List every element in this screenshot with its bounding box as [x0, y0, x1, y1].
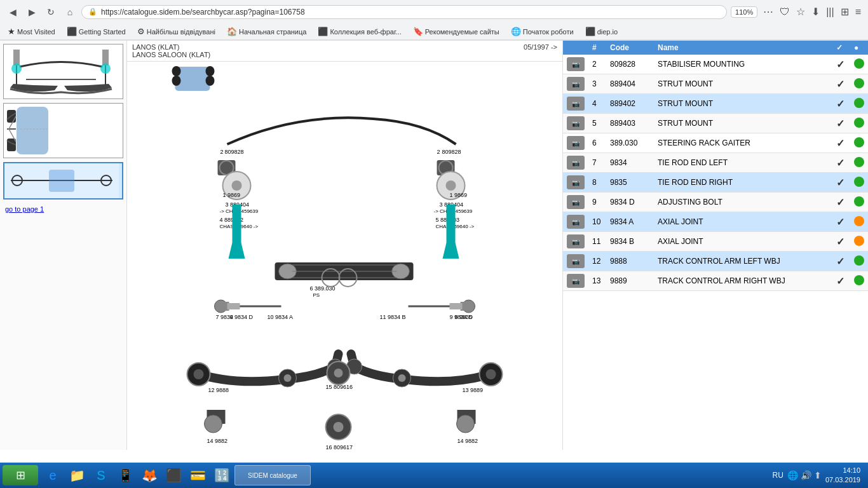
table-cell-cam[interactable]: 📷: [563, 252, 588, 271]
svg-point-18: [172, 76, 181, 86]
table-cell-status: [850, 74, 868, 94]
svg-rect-59: [227, 303, 240, 309]
svg-text:809828: 809828: [442, 149, 461, 155]
table-row[interactable]: 📷 4 889402 STRUT MOUNT ✓: [563, 94, 868, 114]
table-cell-cam[interactable]: 📷: [563, 133, 588, 153]
taskbar-browser-active[interactable]: SIDEM catalogue: [234, 465, 311, 485]
bookmark-item-getting-started[interactable]: ⬛Getting Started: [64, 25, 128, 37]
bookmark-item-pochatok[interactable]: 🌐Початок роботи: [508, 25, 576, 37]
table-row[interactable]: 📷 3 889404 STRUT MOUNT ✓: [563, 74, 868, 94]
bookmark-item-home-page[interactable]: 🏠Начальная страница: [224, 25, 309, 37]
table-row[interactable]: 📷 8 9835 TIE ROD END RIGHT ✓: [563, 173, 868, 193]
svg-point-20: [206, 76, 215, 86]
table-cell-cam[interactable]: 📷: [563, 55, 588, 74]
table-row[interactable]: 📷 12 9888 TRACK CONTROL ARM LEFT WBJ ✓: [563, 252, 868, 271]
taskbar-skype-button[interactable]: S: [90, 465, 112, 485]
table-row[interactable]: 📷 11 9834 B AXIAL JOINT ✓: [563, 232, 868, 252]
camera-icon: 📷: [567, 215, 585, 229]
table-row[interactable]: 📷 2 809828 STABILISER MOUNTING ✓: [563, 55, 868, 74]
camera-icon: 📷: [567, 156, 585, 170]
tab-icon[interactable]: ⊞: [839, 4, 851, 20]
bookmark-item-collection[interactable]: ⬛Коллекция веб-фраг...: [315, 25, 403, 37]
bookmark-item-most-visited[interactable]: ★Most Visited: [5, 25, 58, 37]
table-cell-cam[interactable]: 📷: [563, 271, 588, 291]
bookmark-label: Рекомендуемые сайты: [425, 28, 499, 36]
table-cell-code: 889403: [606, 114, 654, 133]
table-cell-status: [850, 94, 868, 114]
table-cell-cam[interactable]: 📷: [563, 212, 588, 232]
diagram-svg: 2 809828 2 809828 3 889404 -> CHAS 45963…: [127, 62, 562, 450]
bookmark-star-icon[interactable]: ☆: [794, 4, 807, 20]
taskbar-right: RU 🌐 🔊 ⬆ 14:10 07.03.2019: [768, 466, 865, 485]
diagram-image-area[interactable]: 2 809828 2 809828 3 889404 -> CHAS 45963…: [127, 62, 562, 450]
hamburger-icon[interactable]: ≡: [853, 4, 863, 20]
table-row[interactable]: 📷 6 389.030 STEERING RACK GAITER ✓: [563, 133, 868, 153]
address-bar[interactable]: 🔒 https://catalogue.sidem.be/searchbycar…: [81, 5, 727, 19]
taskbar-app-unknown[interactable]: ⬛: [162, 465, 185, 485]
bookmark-icon: 🔖: [413, 27, 423, 36]
zoom-level[interactable]: 110%: [731, 6, 757, 18]
taskbar-firefox-button[interactable]: 🦊: [138, 465, 161, 485]
table-cell-code: 9834 B: [606, 232, 654, 252]
table-cell-cam[interactable]: 📷: [563, 74, 588, 94]
library-icon[interactable]: |||: [824, 4, 836, 20]
svg-rect-3: [102, 50, 109, 65]
sidebar-thumb-2[interactable]: [3, 103, 123, 158]
table-cell-cam[interactable]: 📷: [563, 173, 588, 193]
back-button[interactable]: ◀: [5, 4, 20, 20]
bookmark-item-diep[interactable]: ⬛diep.io: [583, 25, 620, 37]
table-cell-cam[interactable]: 📷: [563, 153, 588, 173]
table-row[interactable]: 📷 7 9834 TIE ROD END LEFT ✓: [563, 153, 868, 173]
table-row[interactable]: 📷 5 889403 STRUT MOUNT ✓: [563, 114, 868, 133]
table-cell-cam[interactable]: 📷: [563, 232, 588, 252]
main-area: go to page 1 LANOS (KLAT) LANOS SALOON (…: [0, 41, 868, 450]
svg-text:1  9869: 1 9869: [450, 192, 468, 198]
taskbar-ie-button[interactable]: e: [41, 465, 64, 485]
bookmark-item-recommended[interactable]: 🔖Рекомендуемые сайты: [410, 25, 502, 37]
bookmark-icon: ⬛: [318, 27, 328, 36]
table-cell-check: ✓: [832, 133, 850, 153]
bookmark-item-najvisited[interactable]: ⚙Найбільш відвідувані: [135, 25, 218, 37]
nav-bar: ◀ ▶ ↻ ⌂ 🔒 https://catalogue.sidem.be/sea…: [0, 0, 868, 24]
table-cell-cam[interactable]: 📷: [563, 94, 588, 114]
table-cell-num: 7: [588, 153, 606, 173]
forward-button[interactable]: ▶: [24, 4, 39, 20]
table-cell-num: 12: [588, 252, 606, 271]
status-dot-orange: [854, 216, 864, 226]
table-row[interactable]: 📷 9 9834 D ADJUSTING BOLT ✓: [563, 193, 868, 212]
sidebar-thumb-3[interactable]: [3, 162, 123, 200]
more-options-button[interactable]: ⋯: [761, 4, 775, 20]
refresh-button[interactable]: ↻: [43, 4, 58, 20]
start-button[interactable]: ⊞: [3, 465, 38, 485]
svg-text:9  9834 D: 9 9834 D: [230, 314, 254, 320]
svg-text:11  9834 B: 11 9834 B: [380, 314, 406, 320]
bookmarks-bar: ★Most Visited⬛Getting Started⚙Найбільш в…: [0, 24, 868, 40]
svg-rect-7: [17, 107, 48, 154]
battery-icon: ⬆: [814, 470, 822, 480]
taskbar-folder-button[interactable]: 📁: [65, 465, 88, 485]
table-row[interactable]: 📷 10 9834 A AXIAL JOINT ✓: [563, 212, 868, 232]
taskbar-viber-button[interactable]: 📱: [114, 465, 137, 485]
home-button[interactable]: ⌂: [62, 4, 78, 20]
taskbar-wallet-button[interactable]: 💳: [186, 465, 209, 485]
sidebar-thumb-1[interactable]: [3, 44, 123, 99]
table-row[interactable]: 📷 13 9889 TRACK CONTROL ARM RIGHT WBJ ✓: [563, 271, 868, 291]
go-to-page-link[interactable]: go to page 1: [3, 203, 123, 215]
table-cell-status: [850, 193, 868, 212]
taskbar-calc-button[interactable]: 🔢: [210, 465, 233, 485]
clock-time: 14:10: [825, 466, 860, 475]
table-cell-name: STRUT MOUNT: [654, 74, 832, 94]
table-cell-code: 9889: [606, 271, 654, 291]
firefox-icon: 🦊: [142, 468, 158, 483]
table-cell-code: 809828: [606, 55, 654, 74]
thumb-diagram-3: [4, 163, 119, 198]
table-cell-name: STABILISER MOUNTING: [654, 55, 832, 74]
table-cell-cam[interactable]: 📷: [563, 114, 588, 133]
checkmark-icon: ✓: [836, 217, 844, 227]
bookmark-icon: ⬛: [585, 27, 595, 36]
table-cell-cam[interactable]: 📷: [563, 193, 588, 212]
svg-rect-44: [447, 205, 456, 243]
download-icon[interactable]: ⬇: [810, 4, 822, 20]
table-cell-check: ✓: [832, 193, 850, 212]
taskbar-browser-label: SIDEM catalogue: [248, 472, 297, 479]
